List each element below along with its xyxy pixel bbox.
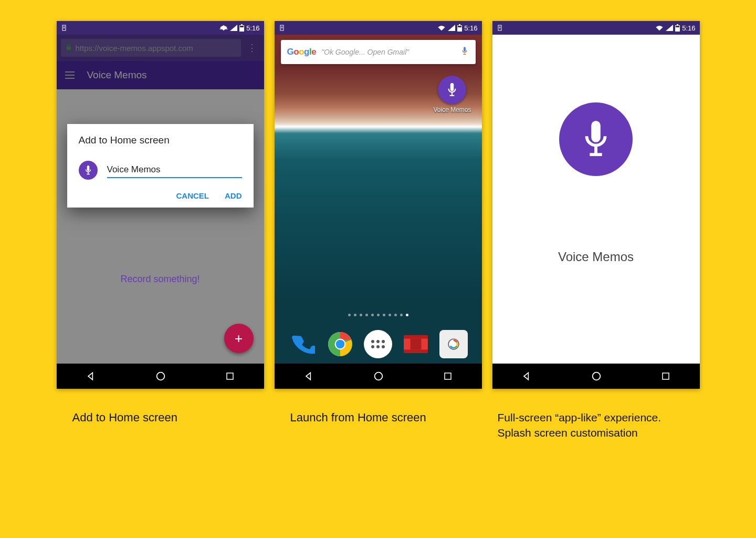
fab-add-button[interactable]: + [224, 324, 254, 353]
page-indicator [275, 314, 482, 316]
svg-rect-13 [458, 26, 461, 27]
status-bar: 5:16 [275, 21, 482, 35]
splash-app-name: Voice Memos [558, 250, 634, 264]
microphone-icon [79, 161, 98, 180]
status-time: 5:16 [682, 24, 695, 32]
back-icon[interactable] [86, 371, 96, 381]
svg-rect-14 [464, 47, 466, 51]
battery-icon [239, 24, 244, 32]
caption-3-line2: Splash screen customisation [498, 425, 700, 440]
svg-point-39 [593, 373, 601, 380]
chrome-app-icon[interactable] [326, 330, 354, 358]
dock [275, 330, 482, 358]
cancel-button[interactable]: CANCEL [176, 191, 209, 200]
home-icon[interactable] [373, 370, 384, 382]
shortcut-name-input[interactable]: Voice Memos [107, 162, 242, 178]
status-bar: 5:16 [57, 21, 264, 35]
microphone-icon [438, 76, 466, 104]
add-button[interactable]: ADD [225, 191, 242, 200]
status-time: 5:16 [464, 24, 477, 32]
wifi-icon [219, 25, 228, 31]
svg-rect-3 [240, 26, 244, 27]
caption-2: Launch from Home screen [275, 410, 482, 426]
recents-icon[interactable] [443, 371, 453, 381]
battery-icon [675, 24, 680, 32]
home-icon[interactable] [155, 370, 166, 382]
signal-icon [230, 25, 237, 31]
android-nav-bar [57, 364, 264, 389]
status-time: 5:16 [246, 24, 259, 32]
status-bar: 5:16 [492, 21, 700, 35]
svg-rect-31 [445, 373, 451, 379]
svg-rect-12 [459, 24, 460, 25]
wifi-icon [437, 25, 446, 31]
svg-rect-26 [404, 349, 428, 353]
shortcut-label: Voice Memos [433, 106, 471, 113]
svg-rect-5 [87, 165, 89, 171]
app-drawer-icon[interactable] [364, 330, 392, 358]
android-nav-bar [275, 364, 482, 389]
back-icon[interactable] [521, 371, 532, 381]
svg-point-30 [375, 373, 383, 380]
battery-icon [457, 24, 462, 32]
svg-rect-2 [241, 24, 243, 25]
add-to-home-dialog: Add to Home screen Voice Memos CANCEL AD… [67, 124, 254, 208]
phone-add-to-home: 5:16 https://voice-memos.appspot.com ⋮ V… [57, 21, 264, 389]
download-icon [497, 25, 503, 31]
download-icon [279, 25, 285, 31]
caption-3-line1: Full-screen “app-like” experience. [498, 410, 700, 425]
svg-rect-36 [591, 121, 601, 142]
back-icon[interactable] [303, 371, 314, 381]
svg-rect-35 [676, 26, 679, 27]
search-hint: "Ok Google... Open Gmail" [321, 48, 454, 56]
svg-point-23 [336, 340, 345, 349]
recents-icon[interactable] [225, 371, 235, 381]
google-logo: Google [287, 47, 317, 57]
recents-icon[interactable] [661, 371, 670, 381]
svg-point-8 [157, 373, 165, 380]
voice-memos-shortcut[interactable]: Voice Memos [433, 76, 471, 113]
signal-icon [666, 25, 673, 31]
svg-rect-17 [450, 83, 454, 91]
video-app-icon[interactable] [402, 330, 430, 358]
microphone-icon[interactable] [460, 46, 469, 58]
google-search-bar[interactable]: Google "Ok Google... Open Gmail" [281, 40, 476, 64]
svg-rect-27 [410, 339, 421, 350]
svg-rect-25 [404, 335, 428, 338]
dialog-title: Add to Home screen [79, 134, 242, 146]
phone-splash-screen: 5:16 Voice Memos [492, 21, 700, 389]
phone-app-icon[interactable] [288, 330, 317, 358]
wifi-icon [655, 25, 664, 31]
download-icon [61, 25, 67, 31]
signal-icon [448, 25, 455, 31]
svg-rect-40 [663, 373, 669, 379]
svg-rect-9 [227, 373, 233, 379]
camera-app-icon[interactable] [439, 330, 468, 358]
caption-1: Add to Home screen [57, 410, 264, 426]
microphone-icon [559, 102, 633, 176]
home-icon[interactable] [591, 370, 602, 382]
empty-state-text: Record something! [57, 274, 264, 285]
phone-home-screen: 5:16 Google "Ok Google... Open Gmail" Vo… [275, 21, 482, 389]
caption-3: Full-screen “app-like” experience. Splas… [492, 410, 700, 441]
android-nav-bar [492, 364, 700, 389]
svg-rect-34 [677, 24, 678, 25]
